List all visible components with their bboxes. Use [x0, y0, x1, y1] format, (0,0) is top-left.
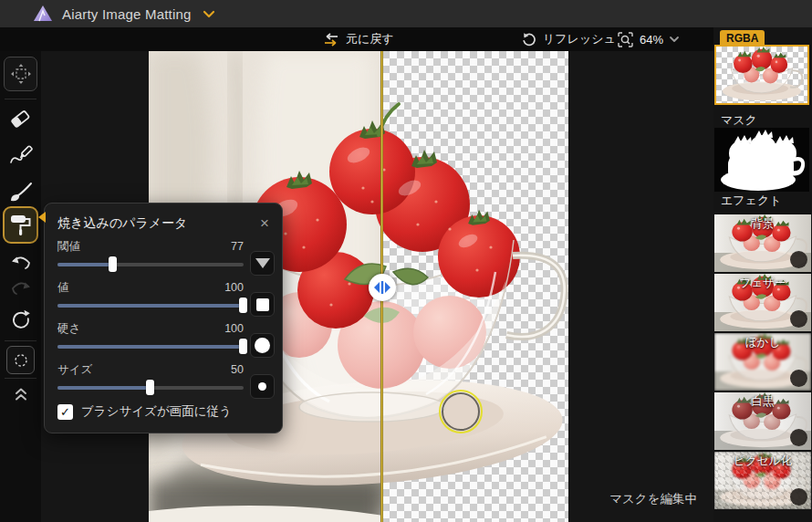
- panel-pointer-icon: [38, 212, 46, 223]
- refresh-button[interactable]: リフレッシュ: [522, 27, 616, 51]
- effect-item-background[interactable]: 背景: [714, 214, 811, 272]
- square-icon: [256, 298, 269, 311]
- paint-roller-icon: [9, 213, 33, 238]
- size-shape-button[interactable]: [250, 374, 275, 399]
- size-slider[interactable]: [57, 386, 244, 390]
- zoom-magnifier-icon: [617, 31, 634, 48]
- slider-value: 77: [231, 239, 244, 255]
- canvas-toolbar: 元に戻す リフレッシュ 64%: [0, 27, 713, 51]
- revert-button[interactable]: 元に戻す: [323, 27, 394, 51]
- app-window: Aiarty Image Matting 元に戻す リフレッシュ: [0, 0, 812, 522]
- brush-cursor: [439, 390, 483, 433]
- split-handle[interactable]: [369, 274, 396, 301]
- slider-thumb[interactable]: [239, 339, 247, 354]
- hardness-slider-row: 硬さ 100: [57, 321, 275, 352]
- effect-label: 背景: [714, 216, 811, 232]
- slider-label: 硬さ: [57, 321, 80, 337]
- undo-icon: [10, 253, 32, 271]
- pen-tool-button[interactable]: [0, 142, 41, 168]
- circle-small-icon: [258, 382, 266, 391]
- effect-label: ピクセル化: [714, 454, 811, 469]
- checkbox-label: ブラシサイズが画面に従う: [81, 403, 232, 420]
- value-slider[interactable]: [57, 304, 244, 308]
- zoom-level: 64%: [640, 33, 663, 47]
- brush-size-checkbox-row[interactable]: ✓ ブラシサイズが画面に従う: [57, 403, 275, 420]
- split-handle-arrows-icon: [371, 277, 393, 298]
- slider-label: 閾値: [57, 239, 80, 255]
- double-chevron-up-icon: [13, 387, 29, 402]
- tool-divider: [5, 340, 36, 341]
- paint-roller-tool-button[interactable]: [3, 206, 38, 244]
- mask-label: マスク: [721, 112, 757, 129]
- slider-thumb[interactable]: [109, 256, 117, 272]
- redo-icon: [10, 278, 32, 297]
- rgba-thumbnail[interactable]: [714, 45, 809, 105]
- slider-label: サイズ: [57, 362, 92, 378]
- refresh-label: リフレッシュ: [543, 31, 616, 47]
- reset-button[interactable]: [0, 307, 41, 334]
- effect-toggle-dot[interactable]: [790, 370, 807, 387]
- eraser-tool-button[interactable]: [0, 106, 41, 131]
- zoom-control[interactable]: 64%: [617, 27, 680, 51]
- slider-label: 値: [57, 280, 69, 296]
- brush-tool-button[interactable]: [0, 179, 41, 204]
- triangle-down-icon: [255, 258, 270, 268]
- eraser-icon: [9, 108, 32, 130]
- threshold-shape-button[interactable]: [250, 251, 275, 276]
- zoom-chevron-icon[interactable]: [669, 36, 680, 43]
- reset-icon: [10, 309, 32, 331]
- mask-thumbnail[interactable]: [714, 128, 809, 192]
- rgba-thumbnail-image: [716, 47, 807, 103]
- slider-value: 50: [231, 362, 244, 378]
- transform-tool-button[interactable]: [4, 57, 37, 91]
- revert-label: 元に戻す: [346, 31, 394, 47]
- circle-large-icon: [255, 338, 270, 353]
- hardness-slider[interactable]: [57, 345, 244, 349]
- rgba-tab[interactable]: RGBA: [720, 30, 765, 46]
- value-shape-button[interactable]: [250, 292, 275, 317]
- compare-arrows-icon: [323, 33, 339, 47]
- effect-item-pixelate[interactable]: ピクセル化: [714, 452, 811, 509]
- refresh-icon: [522, 32, 536, 47]
- mask-silhouette: [714, 128, 809, 192]
- effect-toggle-dot[interactable]: [790, 251, 807, 268]
- threshold-slider[interactable]: [57, 263, 244, 266]
- slider-thumb[interactable]: [146, 380, 154, 395]
- panel-title: 焼き込みのパラメータ: [57, 215, 258, 232]
- effect-toggle-dot[interactable]: [790, 310, 807, 328]
- app-logo-icon: [33, 5, 53, 23]
- collapse-sidebar-button[interactable]: [0, 383, 41, 405]
- checkbox-checked[interactable]: ✓: [57, 404, 73, 420]
- effect-label: 白黒: [714, 394, 811, 410]
- undo-button[interactable]: [0, 250, 41, 274]
- close-icon[interactable]: ×: [258, 216, 271, 231]
- slider-value: 100: [224, 280, 244, 296]
- size-slider-row: サイズ 50: [57, 362, 275, 393]
- effect-item-black-white[interactable]: 白黒: [714, 392, 811, 450]
- status-text: マスクを編集中: [609, 491, 697, 507]
- effect-label: フェザー: [714, 276, 811, 291]
- brush-icon: [9, 181, 33, 204]
- app-menu-chevron-icon[interactable]: [203, 10, 215, 18]
- tool-sidebar: [0, 51, 41, 522]
- effect-label: ぼかし: [714, 335, 811, 350]
- effects-label: エフェクト: [721, 193, 782, 209]
- effect-item-blur[interactable]: ぼかし: [714, 333, 811, 391]
- marquee-circle-icon: [12, 351, 30, 370]
- threshold-slider-row: 閾値 77: [57, 239, 275, 270]
- effect-toggle-dot[interactable]: [790, 488, 807, 506]
- redo-button[interactable]: [0, 276, 41, 299]
- pen-icon: [9, 144, 33, 166]
- app-title: Aiarty Image Matting: [62, 6, 192, 22]
- tool-divider: [5, 99, 36, 99]
- burn-in-parameters-panel: 焼き込みのパラメータ × 閾値 77 値 100: [44, 203, 283, 433]
- slider-thumb[interactable]: [239, 298, 247, 313]
- hardness-shape-button[interactable]: [250, 333, 275, 358]
- marquee-tool-button[interactable]: [6, 346, 35, 374]
- effect-item-feather[interactable]: フェザー: [714, 274, 811, 331]
- value-slider-row: 値 100: [57, 280, 275, 311]
- slider-value: 100: [224, 321, 244, 337]
- effect-toggle-dot[interactable]: [790, 429, 807, 446]
- titlebar: Aiarty Image Matting: [0, 0, 812, 27]
- transform-icon: [10, 63, 32, 85]
